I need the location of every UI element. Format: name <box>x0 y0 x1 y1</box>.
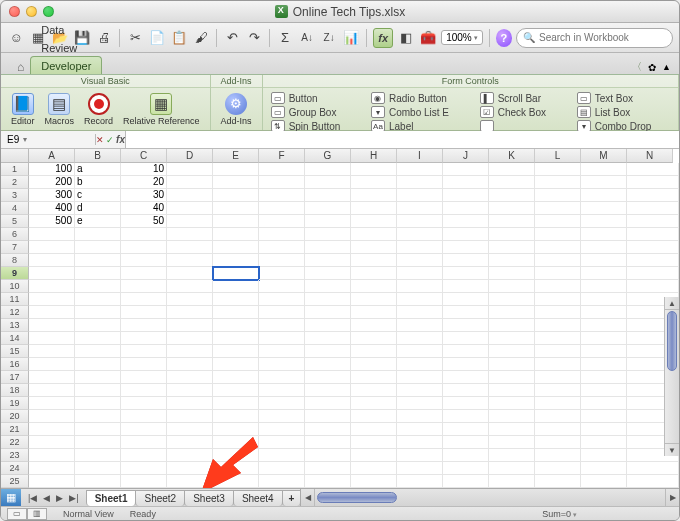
ribbon-tab-review[interactable]: Review <box>30 38 102 56</box>
cell[interactable]: 40 <box>121 202 167 215</box>
cell[interactable] <box>397 319 443 332</box>
cell[interactable] <box>213 436 259 449</box>
cell[interactable] <box>581 228 627 241</box>
row-header[interactable]: 6 <box>1 228 29 241</box>
row-header[interactable]: 11 <box>1 293 29 306</box>
cell[interactable] <box>581 410 627 423</box>
cell[interactable] <box>305 215 351 228</box>
cell[interactable] <box>627 254 679 267</box>
cell[interactable] <box>535 241 581 254</box>
cell[interactable] <box>443 436 489 449</box>
cell[interactable] <box>29 449 75 462</box>
formula-input[interactable] <box>126 131 679 148</box>
cell[interactable] <box>167 397 213 410</box>
cell[interactable] <box>167 371 213 384</box>
cell[interactable] <box>351 345 397 358</box>
cell[interactable] <box>213 267 259 280</box>
cell[interactable] <box>121 332 167 345</box>
row-header[interactable]: 19 <box>1 397 29 410</box>
form-control-list-box[interactable]: ▤List Box <box>577 106 670 118</box>
cancel-icon[interactable]: ✕ <box>96 135 104 145</box>
row-header[interactable]: 3 <box>1 189 29 202</box>
row-header[interactable]: 23 <box>1 449 29 462</box>
cell[interactable] <box>121 410 167 423</box>
cell[interactable] <box>75 306 121 319</box>
cell[interactable] <box>627 267 679 280</box>
cell[interactable] <box>351 254 397 267</box>
horizontal-scrollbar[interactable]: ◀ ▶ <box>300 489 679 506</box>
cell[interactable] <box>213 306 259 319</box>
cell[interactable] <box>535 449 581 462</box>
cell[interactable] <box>29 410 75 423</box>
cell[interactable] <box>259 163 305 176</box>
cell[interactable] <box>213 176 259 189</box>
cell[interactable] <box>121 228 167 241</box>
chart-icon[interactable]: 📊 <box>342 28 360 48</box>
cell[interactable] <box>75 332 121 345</box>
cell[interactable] <box>121 475 167 488</box>
row-header[interactable]: 17 <box>1 371 29 384</box>
cell[interactable] <box>167 280 213 293</box>
spreadsheet-grid[interactable]: ABCDEFGHIJKLMN 1100a102200b203300c304400… <box>1 149 679 488</box>
column-header[interactable]: J <box>443 149 489 163</box>
cell[interactable] <box>397 410 443 423</box>
cell[interactable] <box>581 241 627 254</box>
cell[interactable] <box>259 293 305 306</box>
row-header[interactable]: 16 <box>1 358 29 371</box>
cell[interactable] <box>351 436 397 449</box>
cell[interactable] <box>535 332 581 345</box>
cell[interactable] <box>305 306 351 319</box>
sheet-tab-sheet1[interactable]: Sheet1 <box>86 490 137 506</box>
sheet-view-icon[interactable]: ▦ <box>1 489 21 506</box>
cell[interactable] <box>627 228 679 241</box>
cell[interactable] <box>121 267 167 280</box>
cell[interactable] <box>535 436 581 449</box>
cell[interactable] <box>443 371 489 384</box>
cell[interactable] <box>29 345 75 358</box>
cell[interactable] <box>351 371 397 384</box>
cell[interactable] <box>213 280 259 293</box>
smile-icon[interactable]: ☺ <box>7 28 25 48</box>
cell[interactable] <box>535 371 581 384</box>
cell[interactable]: 200 <box>29 176 75 189</box>
form-control-group-box[interactable]: ▭Group Box <box>271 106 359 118</box>
cell[interactable] <box>351 449 397 462</box>
cell[interactable] <box>259 189 305 202</box>
cell[interactable] <box>29 319 75 332</box>
cell[interactable] <box>581 280 627 293</box>
cell[interactable] <box>535 293 581 306</box>
cell[interactable] <box>75 319 121 332</box>
scroll-thumb[interactable] <box>667 311 677 371</box>
cell[interactable] <box>259 397 305 410</box>
cell[interactable] <box>351 280 397 293</box>
cell[interactable] <box>167 449 213 462</box>
cell[interactable] <box>259 228 305 241</box>
ribbon-collapse-icon[interactable]: 〈 <box>632 60 642 74</box>
row-header[interactable]: 14 <box>1 332 29 345</box>
cell[interactable] <box>121 436 167 449</box>
cell[interactable] <box>443 241 489 254</box>
cell[interactable] <box>305 332 351 345</box>
cell[interactable] <box>213 254 259 267</box>
cell[interactable] <box>75 384 121 397</box>
row-header[interactable]: 22 <box>1 436 29 449</box>
cell[interactable] <box>167 189 213 202</box>
cell[interactable] <box>167 319 213 332</box>
ribbon-home-icon[interactable]: ⌂ <box>11 60 30 74</box>
cell[interactable] <box>397 449 443 462</box>
scroll-thumb[interactable] <box>317 492 397 503</box>
cell[interactable] <box>443 397 489 410</box>
redo-icon[interactable]: ↷ <box>245 28 263 48</box>
cell[interactable] <box>167 332 213 345</box>
cell[interactable] <box>75 436 121 449</box>
cell[interactable] <box>29 228 75 241</box>
cell[interactable] <box>259 267 305 280</box>
cell[interactable] <box>305 228 351 241</box>
column-header[interactable]: B <box>75 149 121 163</box>
cell[interactable] <box>535 319 581 332</box>
cell[interactable] <box>305 280 351 293</box>
cell[interactable] <box>29 462 75 475</box>
cell[interactable] <box>305 202 351 215</box>
cell[interactable] <box>167 176 213 189</box>
cell[interactable]: 50 <box>121 215 167 228</box>
